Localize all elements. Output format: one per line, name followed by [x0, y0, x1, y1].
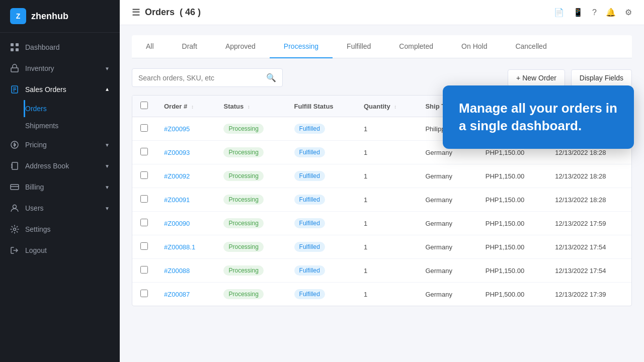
- order-tabs: All Draft Approved Processing Fulfilled …: [132, 35, 632, 58]
- tab-processing[interactable]: Processing: [270, 35, 333, 58]
- document-icon[interactable]: 📄: [554, 8, 564, 17]
- col-quantity[interactable]: Quantity ↕: [356, 96, 417, 117]
- order-link[interactable]: #Z00088.1: [164, 243, 195, 251]
- status-badge: Processing: [223, 124, 263, 134]
- order-link[interactable]: #Z00087: [164, 291, 190, 298]
- sidebar-item-logout[interactable]: Logout: [0, 240, 120, 261]
- settings-label: Settings: [25, 225, 51, 233]
- order-link[interactable]: #Z00092: [164, 172, 190, 180]
- row-created: 12/13/2022 17:59: [547, 212, 631, 235]
- svg-rect-1: [16, 43, 19, 46]
- logo-area[interactable]: Z zhenhub: [0, 0, 120, 33]
- address-book-icon: [10, 161, 19, 170]
- order-link[interactable]: #Z00093: [164, 149, 190, 156]
- tab-completed[interactable]: Completed: [385, 35, 447, 58]
- sidebar-item-inventory[interactable]: Inventory ▼: [0, 58, 120, 79]
- notification-icon[interactable]: 🔔: [606, 8, 616, 17]
- inventory-icon: [10, 64, 19, 73]
- row-checkbox[interactable]: [140, 290, 148, 297]
- sidebar-item-users[interactable]: Users ▼: [0, 198, 120, 219]
- promo-popup: Manage all your orders in a single dashb…: [443, 85, 634, 149]
- row-price: PHP1,150.00: [477, 212, 547, 235]
- row-checkbox[interactable]: [140, 219, 148, 226]
- table-row: #Z00091 Processing Fulfilled 1 Germany P…: [132, 188, 631, 212]
- tab-on-hold[interactable]: On Hold: [447, 35, 501, 58]
- row-checkbox-cell[interactable]: [132, 117, 156, 141]
- billing-label: Billing: [25, 183, 44, 191]
- sidebar-item-shipments-sub[interactable]: Shipments: [25, 117, 120, 134]
- order-link[interactable]: #Z00095: [164, 125, 190, 133]
- tab-approved[interactable]: Approved: [211, 35, 270, 58]
- nav-menu: Dashboard Inventory ▼ Sales Orders ▼: [0, 33, 120, 362]
- order-link[interactable]: #Z00090: [164, 220, 190, 227]
- row-order[interactable]: #Z00095: [156, 117, 215, 141]
- row-checkbox[interactable]: [140, 266, 148, 274]
- sidebar-item-orders[interactable]: Orders: [24, 100, 120, 117]
- svg-rect-0: [11, 43, 14, 46]
- monitor-icon[interactable]: 📱: [573, 8, 583, 17]
- row-checkbox-cell[interactable]: [132, 188, 156, 212]
- dashboard-label: Dashboard: [25, 43, 60, 51]
- tab-draft[interactable]: Draft: [168, 35, 211, 58]
- row-quantity: 1: [356, 164, 417, 188]
- search-input[interactable]: [138, 74, 262, 82]
- help-icon[interactable]: ?: [592, 8, 597, 17]
- row-checkbox-cell[interactable]: [132, 164, 156, 188]
- row-order[interactable]: #Z00088: [156, 259, 215, 283]
- row-price: PHP1,150.00: [477, 188, 547, 212]
- row-order[interactable]: #Z00093: [156, 141, 215, 164]
- tab-cancelled[interactable]: Cancelled: [501, 35, 560, 58]
- status-badge: Processing: [223, 218, 263, 228]
- row-created: 12/13/2022 18:28: [547, 188, 631, 212]
- row-checkbox-cell[interactable]: [132, 212, 156, 235]
- page-title: Orders: [145, 7, 175, 18]
- row-status: Processing: [215, 235, 286, 259]
- sidebar-item-settings[interactable]: Settings: [0, 219, 120, 240]
- row-checkbox-cell[interactable]: [132, 235, 156, 259]
- row-price: PHP1,150.00: [477, 164, 547, 188]
- inventory-chevron: ▼: [105, 66, 110, 71]
- order-link[interactable]: #Z00091: [164, 196, 190, 204]
- tab-fulfilled[interactable]: Fulfilled: [333, 35, 385, 58]
- sidebar-item-dashboard[interactable]: Dashboard: [0, 37, 120, 58]
- row-order[interactable]: #Z00088.1: [156, 235, 215, 259]
- sidebar-item-sales-orders[interactable]: Sales Orders ▼: [0, 79, 120, 100]
- row-ship-to: Germany: [417, 283, 477, 306]
- display-fields-button[interactable]: Display Fields: [571, 69, 632, 86]
- logout-label: Logout: [25, 246, 47, 254]
- fulfill-badge: Fulfilled: [294, 242, 325, 252]
- sidebar-item-pricing[interactable]: Pricing ▼: [0, 134, 120, 155]
- row-ship-to: Germany: [417, 212, 477, 235]
- select-all-header[interactable]: [132, 96, 156, 117]
- status-badge: Processing: [223, 171, 263, 181]
- row-order[interactable]: #Z00087: [156, 283, 215, 306]
- col-order[interactable]: Order # ↕: [156, 96, 215, 117]
- row-checkbox[interactable]: [140, 148, 148, 155]
- select-all-checkbox[interactable]: [140, 102, 148, 109]
- row-checkbox[interactable]: [140, 242, 148, 250]
- row-checkbox[interactable]: [140, 171, 148, 179]
- row-checkbox-cell[interactable]: [132, 259, 156, 283]
- row-fulfill: Fulfilled: [286, 188, 356, 212]
- search-box[interactable]: 🔍: [132, 68, 283, 87]
- new-order-button[interactable]: + New Order: [508, 69, 565, 86]
- gear-icon[interactable]: ⚙: [625, 8, 632, 17]
- row-checkbox-cell[interactable]: [132, 141, 156, 164]
- fulfill-badge: Fulfilled: [294, 289, 325, 299]
- tab-all[interactable]: All: [132, 35, 168, 58]
- row-quantity: 1: [356, 283, 417, 306]
- col-status[interactable]: Status ↕: [215, 96, 286, 117]
- row-checkbox[interactable]: [140, 195, 148, 203]
- row-order[interactable]: #Z00091: [156, 188, 215, 212]
- row-order[interactable]: #Z00090: [156, 212, 215, 235]
- search-icon: 🔍: [266, 73, 276, 82]
- sidebar-item-address-book[interactable]: Address Book ▼: [0, 155, 120, 176]
- row-order[interactable]: #Z00092: [156, 164, 215, 188]
- order-link[interactable]: #Z00088: [164, 267, 190, 275]
- fulfill-badge: Fulfilled: [294, 218, 325, 228]
- sidebar-item-billing[interactable]: Billing ▼: [0, 176, 120, 198]
- row-checkbox-cell[interactable]: [132, 283, 156, 306]
- col-fulfill-status[interactable]: Fulfill Status: [286, 96, 356, 117]
- table-row: #Z00088.1 Processing Fulfilled 1 Germany…: [132, 235, 631, 259]
- row-checkbox[interactable]: [140, 124, 148, 132]
